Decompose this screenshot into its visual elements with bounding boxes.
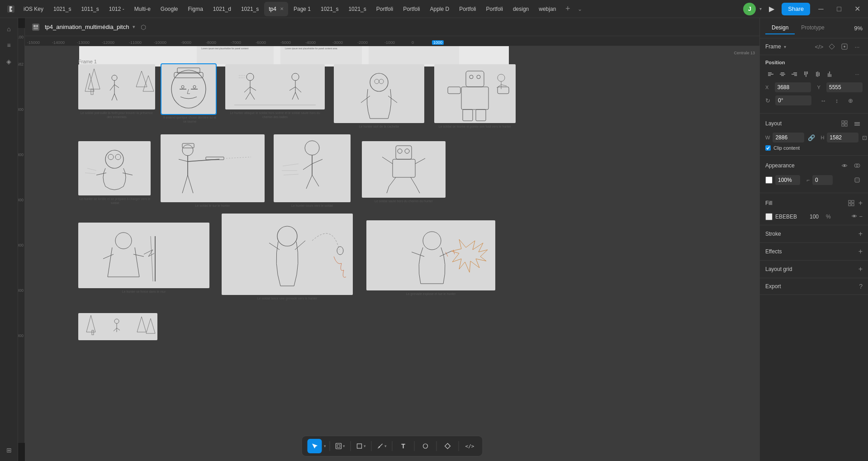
tab-1021s3[interactable]: 1021_s [316, 2, 343, 16]
tab-1021s[interactable]: 1021_s [49, 2, 76, 16]
fill-add-icon[interactable]: + [859, 199, 863, 207]
sb-cell-11[interactable]: Le soldat lance une grenade vers le hunt… [222, 214, 353, 300]
frame-dropdown-icon[interactable]: ▾ [784, 44, 786, 49]
export-help-icon[interactable]: ? [859, 283, 863, 290]
sb-cell-7[interactable]: Le soldat tir sur le hunter [161, 134, 265, 208]
chain-icon[interactable]: 🔗 [808, 134, 815, 141]
layout-options-icon[interactable] [852, 118, 863, 129]
panel-code-icon[interactable]: </> [814, 41, 825, 52]
align-bottom[interactable] [824, 69, 835, 80]
canvas-content[interactable]: Frame 1 Lorem ipsum text placeholder for… [25, 46, 759, 461]
tab-1021s4[interactable]: 1021_s [344, 2, 370, 16]
frame-tool[interactable]: ▾ [334, 439, 347, 453]
w-input[interactable] [773, 133, 804, 143]
tab-ios-key[interactable]: iOS Key [19, 2, 48, 16]
sb-cell-4[interactable]: Le hunter sort de la cachette [334, 64, 424, 128]
align-center-h[interactable] [777, 69, 788, 80]
tab-portfoli2[interactable]: Portfoli [398, 2, 424, 16]
tab-apple[interactable]: Apple D [425, 2, 454, 16]
sb-cell-3[interactable]: Le hunter attaque le soldat hors scène e… [225, 64, 325, 119]
flip-h-icon[interactable]: ↔ [818, 95, 829, 106]
sb-cell-13[interactable] [78, 313, 157, 340]
share-button[interactable]: Share [782, 3, 810, 15]
opacity-input[interactable] [775, 175, 800, 185]
y-input[interactable] [826, 82, 863, 92]
fill-remove-icon[interactable]: − [859, 213, 863, 220]
tab-portfoli4[interactable]: Portfoli [482, 2, 508, 16]
export-header[interactable]: Export ? [760, 278, 868, 295]
h-input[interactable] [827, 133, 859, 143]
resize-constraints-icon[interactable] [852, 175, 863, 185]
tool-layers[interactable]: ≡ [2, 38, 16, 52]
pen-tool-chevron[interactable]: ▾ [384, 444, 387, 448]
code-tool[interactable]: </> [463, 439, 477, 453]
avatar-chevron[interactable]: ▾ [759, 6, 762, 11]
sb-cell-12[interactable]: La grenade explose et tue le hunter [366, 220, 495, 296]
tab-design[interactable]: design [508, 2, 533, 16]
new-tab-button[interactable]: + [561, 3, 574, 15]
effects-header[interactable]: Effects + [760, 243, 868, 260]
sb-cell-6[interactable]: Le hunter se tortille et se prépare à ch… [78, 141, 152, 205]
fill-header[interactable]: Fill + [760, 193, 868, 213]
panel-component-icon[interactable] [826, 41, 837, 52]
layout-grid-header[interactable]: Layout grid + [760, 261, 868, 278]
tab-webjan[interactable]: webjan [534, 2, 560, 16]
breadcrumb-dropdown-icon[interactable]: ▾ [133, 24, 135, 30]
tab-figma[interactable]: Figma [184, 2, 208, 16]
shape-tool[interactable]: ▾ [355, 439, 368, 453]
tab-design[interactable]: Design [765, 22, 795, 34]
user-avatar[interactable]: J [743, 3, 756, 15]
sb-cell-2[interactable]: Il entend quelque chose derrière lui et … [161, 64, 218, 124]
x-input[interactable] [775, 82, 811, 92]
figma-logo[interactable] [4, 2, 18, 16]
tab-prototype[interactable]: Prototype [795, 22, 830, 34]
pen-tool[interactable]: ▾ [375, 439, 389, 453]
panel-more-icon[interactable]: ··· [852, 41, 863, 52]
tool-plugins[interactable]: ⊞ [2, 443, 16, 457]
panel-preview-icon[interactable] [839, 41, 850, 52]
sb-cell-9[interactable]: Le soldat saute hors du chemin du hunter [362, 141, 446, 203]
corner-radius-input[interactable] [812, 175, 833, 185]
tab-overflow-button[interactable]: ⌄ [575, 6, 585, 12]
blend-mode-icon[interactable] [852, 160, 863, 171]
stroke-header[interactable]: Stroke + [760, 225, 868, 242]
close-tab-icon[interactable]: ✕ [280, 6, 284, 11]
flip-v-icon[interactable]: ↕ [831, 95, 842, 106]
sb-cell-8[interactable]: Le hunter cours vers le soldat [274, 134, 351, 208]
comment-tool[interactable] [418, 439, 433, 453]
clip-content-checkbox[interactable] [765, 145, 771, 151]
align-more[interactable]: ··· [852, 69, 863, 80]
tab-1021d[interactable]: 1021_d [209, 2, 236, 16]
sb-cell-1[interactable]: Le soldat patrouille la forêt pour trouv… [78, 64, 155, 119]
select-tool[interactable] [308, 439, 322, 453]
sb-cell-10[interactable]: Le hunter se fonce dans le mur [78, 223, 209, 294]
fill-opacity-input[interactable] [810, 214, 823, 220]
align-left[interactable] [765, 69, 776, 80]
tab-page1[interactable]: Page 1 [289, 2, 315, 16]
text-tool[interactable]: T [396, 439, 411, 453]
tab-1011s[interactable]: 1011_s [76, 2, 103, 16]
frame-tool-chevron[interactable]: ▾ [343, 444, 345, 448]
resize-mode-icon[interactable]: ⊡ [862, 134, 867, 141]
tab-tp4[interactable]: tp4 ✕ [264, 2, 288, 16]
play-button[interactable]: ▶ [765, 3, 778, 15]
fill-color-swatch[interactable] [765, 213, 773, 220]
fill-visibility-icon[interactable] [851, 213, 857, 220]
tab-google[interactable]: Google [156, 2, 183, 16]
tab-1012[interactable]: 1012 - [104, 2, 129, 16]
window-close[interactable]: ✕ [850, 2, 864, 16]
tab-1021s2[interactable]: 1021_s [237, 2, 263, 16]
window-maximize[interactable]: □ [832, 2, 846, 16]
component-tool[interactable] [441, 439, 455, 453]
rotation-input[interactable] [775, 95, 811, 105]
fill-hex-input[interactable] [775, 214, 807, 220]
layout-grid-add-icon[interactable]: + [859, 265, 863, 273]
breadcrumb-page-icon[interactable]: ⬡ [141, 24, 146, 31]
tab-multie[interactable]: Multi-e [130, 2, 155, 16]
sb-cell-5[interactable]: Le soldat se tourne et pointe son fusil … [434, 64, 516, 128]
shape-tool-chevron[interactable]: ▾ [364, 444, 366, 448]
tool-assets[interactable]: ◈ [2, 54, 16, 69]
align-middle[interactable] [812, 69, 823, 80]
stroke-add-icon[interactable]: + [859, 230, 863, 238]
layout-grid-icon[interactable] [839, 118, 850, 129]
